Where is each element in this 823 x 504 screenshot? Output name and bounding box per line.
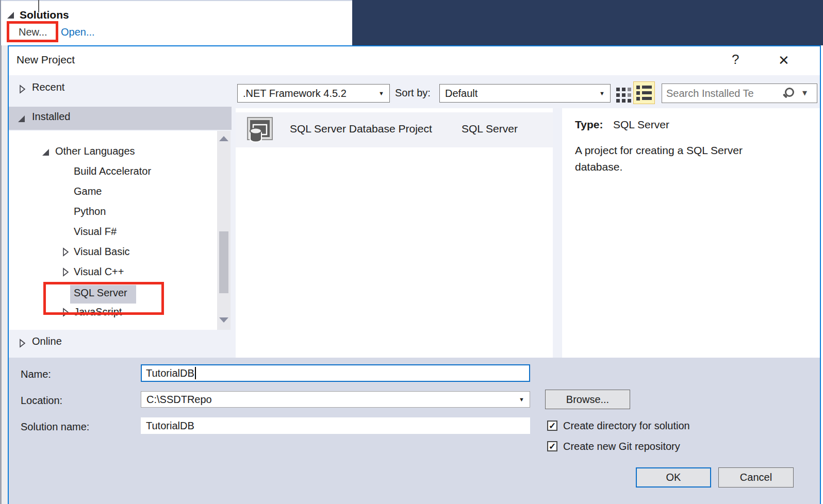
check-icon: ✓ [549,421,556,431]
template-list-panel: SQL Server Database Project SQL Server C… [236,108,553,358]
screen: Solutions New... Open... New Project ? ✕… [0,0,823,504]
open-link-label: Open... [61,26,95,38]
ok-button-label: OK [666,472,681,483]
template-row[interactable]: SQL Server Database Project SQL Server [236,112,553,147]
template-description: A project for creating a SQL Server data… [575,142,776,175]
chevron-down-icon: ▼ [378,90,384,96]
search-input[interactable] [662,84,781,103]
collapsed-expander-icon[interactable] [19,339,26,348]
tree-item-game[interactable]: Game [74,186,102,197]
name-label: Name: [21,368,51,380]
solution-name-value: TutorialDB [146,420,194,432]
nav-online[interactable]: Online [9,332,236,355]
check-icon: ✓ [549,441,556,452]
cancel-button-label: Cancel [740,472,772,483]
create-directory-label[interactable]: Create directory for solution [563,420,690,432]
expanded-expander-icon[interactable] [17,114,26,123]
nav-installed[interactable]: Installed [9,107,232,130]
template-info-panel: Type: SQL Server A project for creating … [562,108,820,358]
vs-background [352,0,823,45]
expanded-expander-icon[interactable] [41,148,50,157]
tree-item-visual-basic[interactable]: Visual Basic [74,246,130,258]
solution-name-input[interactable]: TutorialDB [141,417,530,434]
nav-online-label: Online [32,335,62,347]
list-view-icon [636,86,652,100]
new-project-dialog: New Project ? ✕ .NET Framework 4.5.2 ▼ S… [8,45,821,504]
chevron-down-icon: ▼ [519,396,524,402]
search-box: ▾ [662,83,817,103]
nav-installed-label: Installed [32,111,71,123]
scrollbar-up-arrow[interactable] [219,136,228,141]
cancel-button[interactable]: Cancel [718,467,794,488]
chevron-down-icon: ▼ [599,90,605,96]
project-form-panel: Name: TutorialDB Location: C:\SSDTRepo ▼… [9,358,820,504]
text-caret [195,367,196,379]
nav-recent[interactable]: Recent [9,77,236,101]
collapsed-expander-icon[interactable] [19,85,26,94]
solutions-section-title: Solutions [20,9,69,21]
search-icon[interactable] [783,88,794,99]
annotation-box-sql-server [43,282,164,315]
template-name: SQL Server Database Project [290,123,432,135]
nav-recent-label: Recent [32,81,64,93]
search-chevron-icon[interactable]: ▾ [802,87,807,98]
tree-item-visual-cpp[interactable]: Visual C++ [74,266,124,278]
sql-database-project-icon [246,116,273,143]
framework-dropdown-value: .NET Framework 4.5.2 [243,88,347,99]
ok-button[interactable]: OK [636,467,711,488]
dialog-titlebar: New Project ? ✕ [9,46,820,75]
tree-item-python[interactable]: Python [74,206,106,217]
scrollbar-thumb[interactable] [219,231,228,293]
framework-dropdown[interactable]: .NET Framework 4.5.2 ▼ [237,84,390,103]
scrollbar-down-arrow[interactable] [219,317,228,323]
panel-left-edge [0,0,1,45]
name-input-value: TutorialDB [146,367,194,379]
create-directory-checkbox[interactable]: ✓ [547,421,557,431]
collapsed-expander-icon[interactable] [62,247,69,257]
create-git-checkbox[interactable]: ✓ [547,441,557,451]
sort-by-label: Sort by: [395,87,431,99]
help-button[interactable]: ? [732,52,739,68]
type-label: Type: [575,119,603,131]
tree-item-visual-fsharp[interactable]: Visual F# [74,226,117,238]
annotation-box-new-link [7,21,58,42]
list-view-button[interactable] [633,81,655,104]
solutions-open-link[interactable]: Open... [61,25,95,39]
location-label: Location: [21,395,62,407]
sort-dropdown[interactable]: Default ▼ [439,84,611,103]
solution-name-label: Solution name: [21,421,89,433]
tree-item-other-languages-label[interactable]: Other Languages [55,145,135,157]
dialog-title: New Project [17,54,75,66]
template-language: SQL Server [462,123,518,135]
location-dropdown-value: C:\SSDTRepo [146,394,212,406]
close-button[interactable]: ✕ [778,53,789,69]
collapsed-expander-icon[interactable] [62,267,69,277]
browse-button-label: Browse... [566,394,609,406]
solutions-expander-icon[interactable] [6,11,15,20]
sort-dropdown-value: Default [445,88,478,99]
location-dropdown[interactable]: C:\SSDTRepo ▼ [141,391,530,408]
tree-scrollbar[interactable] [217,131,231,330]
browse-button[interactable]: Browse... [545,390,630,409]
create-git-label[interactable]: Create new Git repository [563,441,680,452]
small-icons-view-button[interactable] [616,88,631,103]
tree-item-build-accelerator[interactable]: Build Accelerator [74,165,151,177]
type-value: SQL Server [613,119,669,131]
name-input[interactable]: TutorialDB [141,364,530,382]
left-edge-strip [0,45,8,504]
